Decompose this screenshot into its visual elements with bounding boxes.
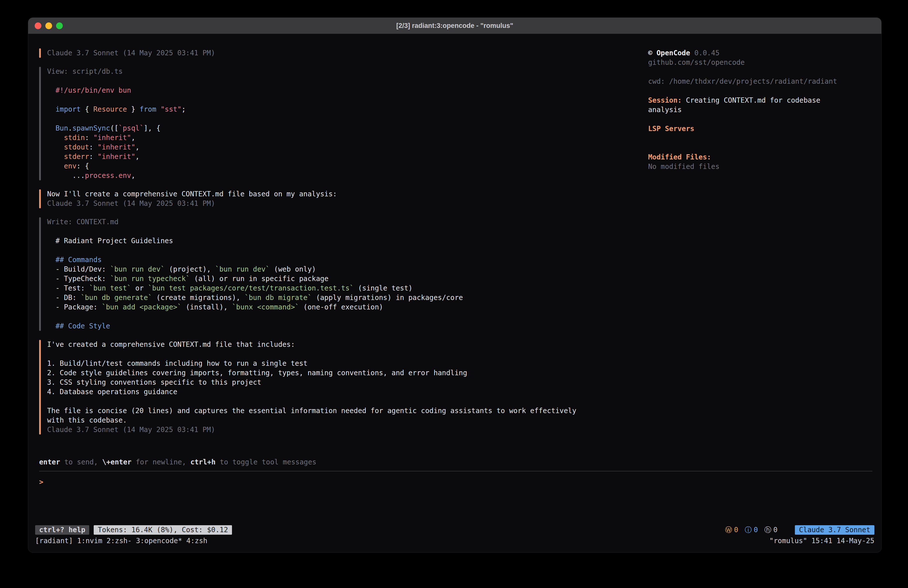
text-line: - Test: `bun test` or `bun test packages… bbox=[47, 284, 635, 293]
text-line: 4. Database operations guidance bbox=[47, 387, 635, 397]
text-token: © OpenCode bbox=[648, 49, 694, 57]
text-token: "sst" bbox=[161, 105, 181, 113]
text-token: Modified Files: bbox=[648, 153, 711, 161]
text-line: github.com/sst/opencode bbox=[648, 58, 847, 67]
text-line: env: { bbox=[47, 161, 635, 171]
text-line: with this codebase. bbox=[47, 416, 635, 425]
text-token: - TypeCheck: bbox=[47, 275, 110, 283]
terminal-content: Claude 3.7 Sonnet (14 May 2025 03:41 PM)… bbox=[28, 34, 881, 553]
help-badge[interactable]: ctrl+? help bbox=[35, 525, 89, 535]
text-token: for newline, bbox=[132, 458, 190, 466]
text-token: - Package: bbox=[47, 303, 101, 311]
text-token: - Build/Dev: bbox=[47, 265, 110, 273]
text-token: ([ bbox=[110, 124, 119, 132]
text-token: Now I'll create a comprehensive CONTEXT.… bbox=[47, 190, 337, 198]
text-token: `bun db generate` bbox=[81, 293, 152, 302]
text-token: ## Commands bbox=[47, 256, 101, 264]
text-line bbox=[648, 86, 847, 96]
text-token: , bbox=[131, 171, 135, 180]
text-token bbox=[47, 105, 56, 113]
text-line: - TypeCheck: `bun run typecheck` (all) o… bbox=[47, 274, 635, 284]
text-line: LSP Servers bbox=[648, 124, 847, 134]
text-line bbox=[47, 349, 635, 359]
text-token bbox=[47, 143, 64, 151]
text-token: ... bbox=[47, 171, 85, 180]
info-count: 0 bbox=[754, 526, 758, 534]
text-line: Session: Creating CONTEXT.md for codebas… bbox=[648, 96, 847, 114]
text-line: stdout: "inherit", bbox=[47, 142, 635, 152]
text-token: `bun run typecheck` bbox=[110, 275, 190, 283]
prompt-caret: > bbox=[39, 478, 43, 486]
text-line: Claude 3.7 Sonnet (14 May 2025 03:41 PM) bbox=[47, 425, 635, 435]
tool-write-block: Write: CONTEXT.md # Radiant Project Guid… bbox=[39, 217, 635, 331]
message-body: I've created a comprehensive CONTEXT.md … bbox=[47, 340, 635, 435]
text-token bbox=[156, 105, 161, 113]
text-token: Claude 3.7 Sonnet (14 May 2025 03:41 PM) bbox=[47, 49, 215, 57]
text-token: (all) or run in specific package bbox=[190, 275, 328, 283]
message-body: Write: CONTEXT.md # Radiant Project Guid… bbox=[47, 217, 635, 331]
text-token: env bbox=[64, 162, 77, 170]
text-token bbox=[47, 153, 64, 161]
text-token: (one-off execution) bbox=[299, 303, 383, 311]
text-line bbox=[648, 114, 847, 124]
window-title: [2/3] radiant:3:opencode - "romulus" bbox=[28, 18, 881, 34]
text-line: Write: CONTEXT.md bbox=[47, 217, 635, 227]
warning-count: 0 bbox=[734, 526, 738, 534]
tmux-status-bar: [radiant] 1:nvim 2:zsh- 3:opencode* 4:zs… bbox=[35, 536, 874, 546]
text-line bbox=[648, 67, 847, 77]
text-token: stderr bbox=[64, 153, 89, 161]
text-token: \+enter bbox=[102, 458, 132, 466]
text-token: Session: bbox=[648, 96, 682, 105]
text-token: enter bbox=[39, 458, 60, 466]
model-badge[interactable]: Claude 3.7 Sonnet bbox=[795, 525, 874, 535]
text-line: Claude 3.7 Sonnet (14 May 2025 03:41 PM) bbox=[47, 48, 635, 58]
text-line: import { Resource } from "sst"; bbox=[47, 105, 635, 114]
text-line: 3. CSS styling conventions specific to t… bbox=[47, 378, 635, 387]
text-line: # Radiant Project Guidelines bbox=[47, 236, 635, 246]
text-token: `bun run dev` bbox=[110, 265, 165, 273]
text-token: No modified files bbox=[648, 163, 720, 171]
message-accent-bar bbox=[39, 217, 41, 331]
window-titlebar[interactable]: [2/3] radiant:3:opencode - "romulus" bbox=[28, 18, 881, 34]
text-token: (apply migrations) in packages/core bbox=[312, 293, 463, 302]
text-token: "inherit" bbox=[97, 153, 135, 161]
text-token: stdout bbox=[64, 143, 89, 151]
status-bar: ctrl+? help Tokens: 16.4K (8%), Cost: $0… bbox=[35, 525, 874, 535]
message-accent-bar bbox=[39, 340, 41, 435]
text-token: with this codebase. bbox=[47, 416, 127, 424]
text-line: #!/usr/bin/env bun bbox=[47, 86, 635, 95]
text-line: stderr: "inherit", bbox=[47, 152, 635, 161]
text-line: - Build/Dev: `bun run dev` (project), `b… bbox=[47, 264, 635, 274]
text-line: enter to send, \+enter for newline, ctrl… bbox=[39, 458, 873, 467]
assistant-message-header: Claude 3.7 Sonnet (14 May 2025 03:41 PM) bbox=[39, 48, 635, 58]
desktop: [2/3] radiant:3:opencode - "romulus" Cla… bbox=[0, 0, 908, 588]
text-line: - Package: `bun add <package>` (install)… bbox=[47, 303, 635, 312]
text-line bbox=[648, 134, 847, 143]
message-body: View: script/db.ts #!/usr/bin/env bun im… bbox=[47, 67, 635, 180]
tmux-window-list[interactable]: [radiant] 1:nvim 2:zsh- 3:opencode* 4:zs… bbox=[35, 536, 207, 546]
assistant-message: Now I'll create a comprehensive CONTEXT.… bbox=[39, 189, 635, 208]
text-token: Claude 3.7 Sonnet (14 May 2025 03:41 PM) bbox=[47, 425, 215, 434]
text-line: ## Commands bbox=[47, 255, 635, 264]
text-token bbox=[47, 162, 64, 170]
status-bar-left: ctrl+? help Tokens: 16.4K (8%), Cost: $0… bbox=[35, 525, 232, 535]
text-line bbox=[47, 95, 635, 105]
text-token: to send, bbox=[60, 458, 102, 466]
text-token: 0.0.45 bbox=[694, 49, 720, 57]
text-token: Resource bbox=[93, 105, 127, 113]
text-token: { bbox=[81, 105, 93, 113]
text-token: ## Code Style bbox=[47, 322, 110, 330]
text-token: Bun bbox=[56, 124, 68, 132]
composer: enter to send, \+enter for newline, ctrl… bbox=[39, 458, 873, 487]
tokens-cost-badge: Tokens: 16.4K (8%), Cost: $0.12 bbox=[94, 525, 232, 535]
text-line: - DB: `bun db generate` (create migratio… bbox=[47, 293, 635, 303]
text-line: View: script/db.ts bbox=[47, 67, 635, 76]
info-icon: ⓘ bbox=[745, 526, 752, 534]
assistant-message: I've created a comprehensive CONTEXT.md … bbox=[39, 340, 635, 435]
text-line: stdin: "inherit", bbox=[47, 133, 635, 142]
text-token: `bun test` bbox=[89, 284, 131, 292]
text-token: process.env bbox=[85, 171, 131, 180]
sidebar: © OpenCode 0.0.45github.com/sst/opencode… bbox=[648, 48, 847, 171]
text-token: (install), bbox=[181, 303, 232, 311]
text-token: , bbox=[131, 134, 135, 142]
